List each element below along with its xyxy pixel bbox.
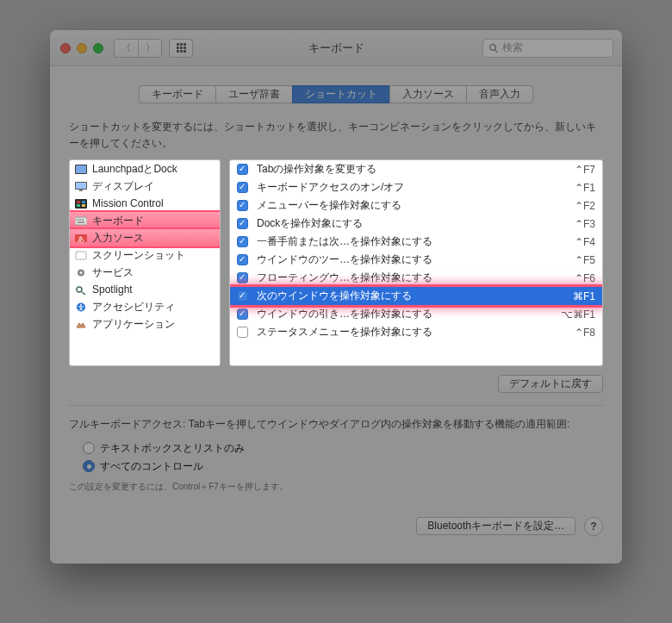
screenshot-icon (75, 251, 87, 260)
shortcut-row[interactable]: フローティングウ…を操作対象にする⌃F6 (230, 269, 602, 287)
shortcut-row[interactable]: 一番手前または次…を操作対象にする⌃F4 (230, 233, 602, 251)
sidebar-item-label: LaunchpadとDock (92, 162, 177, 177)
sidebar-item-screenshot[interactable]: スクリーンショット (70, 246, 220, 264)
radio-all-controls[interactable]: すべてのコントロール (83, 459, 603, 474)
shortcut-row[interactable]: ウインドウのツー…を操作対象にする⌃F5 (230, 251, 602, 269)
svg-rect-8 (77, 204, 80, 207)
shortcut-checkbox[interactable] (237, 327, 248, 338)
tab-dictation[interactable]: 音声入力 (466, 85, 533, 103)
sidebar-item-display[interactable]: ディスプレイ (70, 178, 220, 195)
radio-label: すべてのコントロール (100, 459, 203, 474)
sidebar-item-label: サービス (92, 265, 134, 280)
shortcut-checkbox[interactable] (237, 236, 248, 247)
fka-description: フルキーボードアクセス: Tabキーを押してウインドウやダイアログ内の操作対象を… (69, 416, 603, 433)
sidebar-item-label: Spotlight (92, 283, 133, 296)
category-list[interactable]: LaunchpadとDockディスプレイMission Controlキーボード… (69, 159, 221, 366)
shortcut-row[interactable]: ウインドウの引き…を操作対象にする⌥⌘F1 (230, 305, 602, 323)
sidebar-item-keyboard[interactable]: キーボード (70, 212, 220, 229)
zoom-icon[interactable] (93, 43, 103, 53)
sidebar-item-accessibility[interactable]: アクセシビリティ (70, 298, 220, 315)
svg-rect-4 (79, 190, 83, 191)
sidebar-item-app[interactable]: アプリケーション (70, 315, 220, 333)
svg-rect-6 (77, 201, 80, 203)
tab-input-sources[interactable]: 入力ソース (389, 85, 466, 103)
shortcut-list[interactable]: Tabの操作対象を変更する⌃F7キーボードアクセスのオン/オフ⌃F1メニューバー… (229, 159, 603, 366)
titlebar: 〈 〉 キーボード 検索 (50, 30, 622, 66)
shortcut-label: メニューバーを操作対象にする (257, 198, 566, 213)
shortcut-key[interactable]: ⌃F2 (575, 200, 595, 212)
shortcut-row[interactable]: Dockを操作対象にする⌃F3 (230, 215, 602, 233)
shortcut-key[interactable]: ⌃F3 (575, 218, 595, 230)
sidebar-item-input[interactable]: あ入力ソース (70, 229, 220, 246)
back-button[interactable]: 〈 (114, 39, 138, 58)
shortcut-checkbox[interactable] (237, 182, 248, 193)
shortcut-key[interactable]: ⌃F4 (575, 236, 595, 248)
shortcut-key[interactable]: ⌃F5 (575, 254, 595, 266)
shortcut-row[interactable]: ステータスメニューを操作対象にする⌃F8 (230, 323, 602, 341)
svg-rect-13 (82, 219, 84, 221)
shortcut-key[interactable]: ⌥⌘F1 (561, 308, 595, 321)
tab-user-dict[interactable]: ユーザ辞書 (215, 85, 292, 103)
shortcut-label: ウインドウのツー…を操作対象にする (257, 252, 566, 267)
divider (69, 405, 603, 406)
sidebar-item-services[interactable]: サービス (70, 264, 220, 281)
accessibility-icon (75, 302, 87, 312)
shortcut-key[interactable]: ⌃F8 (575, 327, 595, 339)
shortcut-checkbox[interactable] (237, 218, 248, 229)
shortcut-checkbox[interactable] (237, 254, 248, 265)
search-icon (488, 43, 499, 53)
traffic-lights (60, 43, 103, 53)
restore-defaults-button[interactable]: デフォルトに戻す (498, 375, 603, 393)
svg-rect-7 (82, 201, 85, 203)
search-input[interactable]: 検索 (482, 39, 613, 58)
services-icon (75, 268, 87, 277)
shortcut-label: フローティングウ…を操作対象にする (257, 271, 566, 285)
shortcut-key[interactable]: ⌃F7 (575, 164, 595, 176)
radio-textboxes-lists[interactable]: テキストボックスとリストのみ (83, 441, 603, 456)
shortcut-checkbox[interactable] (237, 272, 248, 283)
svg-line-21 (82, 292, 85, 295)
help-button[interactable]: ? (584, 517, 603, 536)
shortcut-row[interactable]: キーボードアクセスのオン/オフ⌃F1 (230, 178, 602, 196)
svg-rect-1 (76, 165, 86, 173)
sidebar-item-label: ディスプレイ (92, 179, 154, 194)
shortcut-label: ステータスメニューを操作対象にする (257, 325, 566, 340)
forward-button[interactable]: 〉 (138, 39, 162, 58)
tab-shortcuts[interactable]: ショートカット (292, 85, 389, 103)
search-placeholder: 検索 (502, 40, 523, 55)
svg-point-20 (77, 287, 82, 292)
shortcut-checkbox[interactable] (237, 164, 248, 175)
bluetooth-keyboard-button[interactable]: Bluetoothキーボードを設定… (416, 517, 576, 535)
svg-rect-10 (75, 217, 87, 225)
sidebar-item-label: Mission Control (92, 197, 164, 209)
shortcut-row[interactable]: 次のウインドウを操作対象にする⌘F1 (230, 287, 602, 305)
shortcut-row[interactable]: Tabの操作対象を変更する⌃F7 (230, 160, 602, 178)
preferences-window: 〈 〉 キーボード 検索 キーボード ユーザ辞書 ショートカット 入力ソース 音… (50, 30, 622, 564)
shortcut-row[interactable]: メニューバーを操作対象にする⌃F2 (230, 196, 602, 215)
radio-icon (83, 460, 95, 472)
shortcut-label: Dockを操作対象にする (257, 216, 566, 231)
close-icon[interactable] (60, 43, 71, 53)
sidebar-item-spotlight[interactable]: Spotlight (70, 281, 220, 298)
launchpad-icon (75, 165, 87, 174)
keyboard-icon (75, 216, 87, 226)
shortcut-checkbox[interactable] (237, 308, 248, 320)
fka-footnote: この設定を変更するには、Control＋F7キーを押します。 (69, 481, 603, 493)
shortcut-label: Tabの操作対象を変更する (257, 162, 566, 177)
show-all-button[interactable] (169, 39, 193, 58)
sidebar-item-label: アプリケーション (92, 317, 175, 332)
hint-text: ショートカットを変更するには、ショートカットを選択し、キーコンビネーションをクリ… (69, 119, 603, 151)
shortcut-key[interactable]: ⌃F6 (575, 272, 595, 284)
minimize-icon[interactable] (77, 43, 87, 53)
svg-rect-17 (76, 252, 86, 259)
svg-rect-5 (75, 199, 87, 209)
shortcut-label: 次のウインドウを操作対象にする (257, 289, 564, 303)
shortcut-checkbox[interactable] (237, 200, 248, 211)
shortcut-key[interactable]: ⌘F1 (573, 290, 595, 302)
sidebar-item-launchpad[interactable]: LaunchpadとDock (70, 160, 220, 178)
shortcut-key[interactable]: ⌃F1 (575, 182, 595, 194)
radio-label: テキストボックスとリストのみ (100, 441, 245, 456)
shortcut-checkbox[interactable] (237, 290, 248, 302)
tab-keyboard[interactable]: キーボード (139, 85, 215, 103)
sidebar-item-mission[interactable]: Mission Control (70, 195, 220, 212)
